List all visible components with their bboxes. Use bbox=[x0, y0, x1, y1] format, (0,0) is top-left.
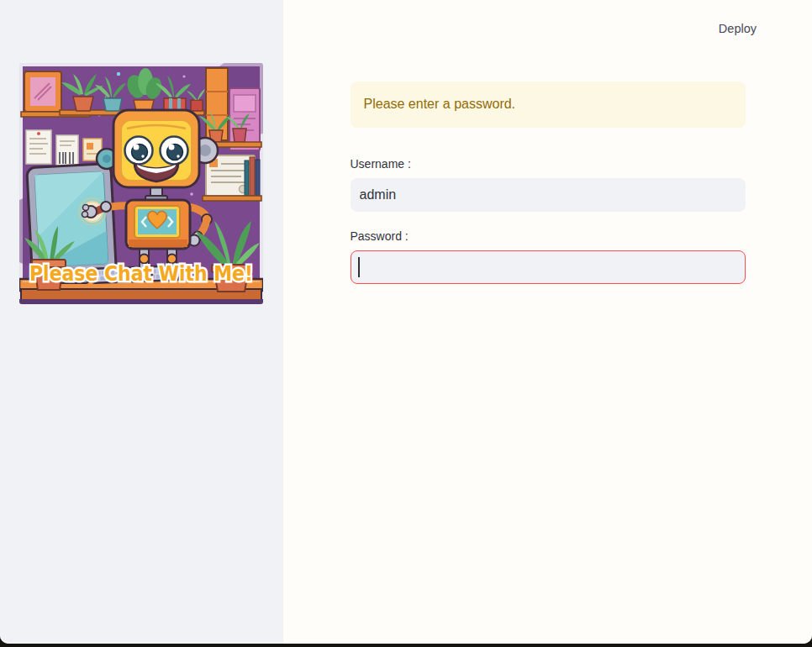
app-window: Please Chat With Me! Deploy Please enter… bbox=[0, 0, 812, 644]
text-cursor bbox=[358, 257, 360, 277]
login-form: Please enter a password. Username : Pass… bbox=[351, 82, 746, 284]
sidebar: Please Chat With Me! bbox=[0, 0, 283, 644]
robot-image: Please Chat With Me! bbox=[19, 63, 263, 304]
username-input[interactable] bbox=[351, 178, 746, 212]
main-area: Deploy Please enter a password. Username… bbox=[283, 0, 812, 644]
username-label: Username : bbox=[351, 157, 746, 171]
deploy-button[interactable]: Deploy bbox=[719, 20, 757, 37]
robot-illustration: Please Chat With Me! bbox=[19, 63, 263, 304]
username-field: Username : bbox=[351, 157, 746, 212]
password-label: Password : bbox=[351, 229, 746, 243]
password-field: Password : bbox=[351, 229, 746, 284]
warning-text: Please enter a password. bbox=[364, 97, 516, 111]
right-wall-shelves bbox=[199, 68, 261, 201]
warning-alert: Please enter a password. bbox=[351, 82, 746, 128]
password-input[interactable] bbox=[351, 250, 746, 284]
password-input-wrap bbox=[351, 250, 746, 284]
image-caption-text: Please Chat With Me! bbox=[29, 261, 253, 286]
